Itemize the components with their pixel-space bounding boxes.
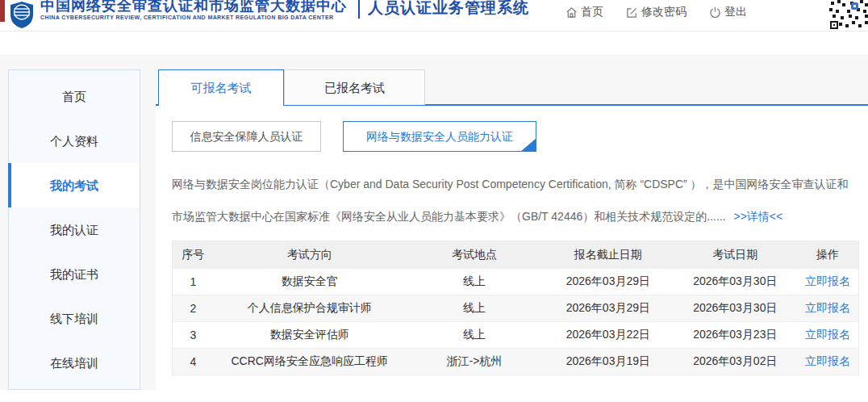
nav-home[interactable]: 首页 xyxy=(565,5,603,19)
sidebar-item-my-certification[interactable]: 我的认证 xyxy=(9,207,140,252)
power-icon xyxy=(709,6,721,19)
col-header-action: 操作 xyxy=(797,241,859,269)
sidebar-item-my-exams[interactable]: 我的考试 xyxy=(9,163,140,207)
nav-change-password-label: 修改密码 xyxy=(641,5,686,19)
sidebar: 首页 个人资料 我的考试 我的认证 我的证书 线下培训 在线培训 xyxy=(8,69,140,390)
cell-exam-date: 2026年03月02日 xyxy=(674,349,797,375)
qr-code[interactable] xyxy=(829,0,868,31)
cell-deadline: 2026年03月22日 xyxy=(543,322,674,349)
cell-location: 线上 xyxy=(406,269,543,295)
cell-direction: CCRC网络安全应急响应工程师 xyxy=(214,349,406,375)
nav-home-label: 首页 xyxy=(581,5,603,19)
cell-direction: 数据安全官 xyxy=(214,269,406,295)
edit-icon xyxy=(626,6,638,19)
table-row: 3 数据安全评估师 线上 2026年03月22日 2026年03月23日 立即报… xyxy=(173,322,859,349)
cell-exam-date: 2026年03月30日 xyxy=(674,269,797,295)
sidebar-item-my-certificates[interactable]: 我的证书 xyxy=(9,252,140,296)
detail-link[interactable]: >>详情<< xyxy=(733,210,782,223)
apply-now-link[interactable]: 立即报名 xyxy=(805,328,850,341)
cell-no: 3 xyxy=(173,322,214,349)
red-edge-strip xyxy=(0,0,5,22)
tab-registered-exams[interactable]: 已报名考试 xyxy=(284,69,425,105)
home-icon xyxy=(565,6,578,19)
cell-location: 浙江->杭州 xyxy=(406,349,543,375)
exam-table: 序号 考试方向 考试地点 报名截止日期 考试日期 操作 1 数据安全官 线上 2… xyxy=(172,241,859,375)
cell-exam-date: 2026年03月23日 xyxy=(674,322,797,349)
cell-deadline: 2026年03月29日 xyxy=(543,295,674,322)
cell-location: 线上 xyxy=(406,295,543,322)
sidebar-item-offline-training[interactable]: 线下培训 xyxy=(9,296,140,341)
cell-no: 4 xyxy=(173,349,214,375)
app-header: 中国网络安全审查认证和市场监管大数据中心 CHINA CYBERSECURITY… xyxy=(0,0,868,31)
content-panel: 信息安全保障人员认证 网络与数据安全人员能力认证 ✓ 网络与数据安全岗位能力认证… xyxy=(156,106,868,390)
cell-exam-date: 2026年03月30日 xyxy=(674,295,797,322)
col-header-location: 考试地点 xyxy=(406,241,543,269)
cell-no: 1 xyxy=(173,269,214,295)
cell-location: 线上 xyxy=(406,322,543,349)
cert-button-cyber-data-security-label: 网络与数据安全人员能力认证 xyxy=(366,130,513,143)
col-header-direction: 考试方向 xyxy=(214,241,406,269)
sidebar-item-online-training[interactable]: 在线培训 xyxy=(9,341,140,385)
cert-button-cyber-data-security[interactable]: 网络与数据安全人员能力认证 ✓ xyxy=(343,121,536,152)
certification-description: 网络与数据安全岗位能力认证（Cyber and Data Security Po… xyxy=(172,168,859,232)
cert-button-info-security[interactable]: 信息安全保障人员认证 xyxy=(172,121,321,152)
system-title: 人员认证业务管理系统 xyxy=(368,0,529,19)
cell-deadline: 2026年03月29日 xyxy=(543,269,674,295)
table-row: 4 CCRC网络安全应急响应工程师 浙江->杭州 2026年03月19日 202… xyxy=(173,349,859,375)
apply-now-link[interactable]: 立即报名 xyxy=(805,354,850,367)
tab-available-exams[interactable]: 可报名考试 xyxy=(158,69,284,106)
org-subtitle: CHINA CYBERSECURITY REVIEW, CERTIFICATIO… xyxy=(40,15,347,20)
table-row: 1 数据安全官 线上 2026年03月29日 2026年03月30日 立即报名 xyxy=(173,269,859,295)
cell-deadline: 2026年03月19日 xyxy=(543,349,674,375)
nav-logout-label: 登出 xyxy=(724,5,747,19)
org-title: 中国网络安全审查认证和市场监管大数据中心 xyxy=(40,0,347,14)
sidebar-item-profile[interactable]: 个人资料 xyxy=(9,119,140,163)
exam-table-header-row: 序号 考试方向 考试地点 报名截止日期 考试日期 操作 xyxy=(173,241,859,269)
certification-filter-row: 信息安全保障人员认证 网络与数据安全人员能力认证 ✓ xyxy=(172,121,868,152)
check-icon: ✓ xyxy=(528,124,535,153)
col-header-exam-date: 考试日期 xyxy=(674,241,797,269)
header-nav: 首页 修改密码 登出 xyxy=(565,5,747,19)
table-row: 2 个人信息保护合规审计师 线上 2026年03月29日 2026年03月30日… xyxy=(173,295,859,322)
brand-divider xyxy=(358,0,360,19)
apply-now-link[interactable]: 立即报名 xyxy=(805,274,850,287)
brand-block: 中国网络安全审查认证和市场监管大数据中心 CHINA CYBERSECURITY… xyxy=(10,0,529,29)
cell-no: 2 xyxy=(173,295,214,322)
col-header-no: 序号 xyxy=(173,241,214,269)
apply-now-link[interactable]: 立即报名 xyxy=(805,301,850,314)
nav-logout[interactable]: 登出 xyxy=(709,5,747,19)
col-header-deadline: 报名截止日期 xyxy=(543,241,674,269)
cell-direction: 个人信息保护合规审计师 xyxy=(214,295,406,322)
cell-direction: 数据安全评估师 xyxy=(214,322,406,349)
brand-text: 中国网络安全审查认证和市场监管大数据中心 CHINA CYBERSECURITY… xyxy=(40,0,347,20)
sidebar-item-home[interactable]: 首页 xyxy=(9,74,140,119)
logo-shield-icon xyxy=(10,1,34,29)
nav-change-password[interactable]: 修改密码 xyxy=(626,5,686,19)
